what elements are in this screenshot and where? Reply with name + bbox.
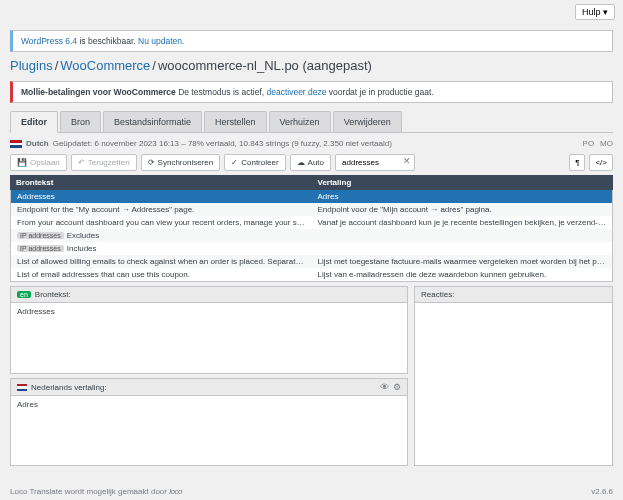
- tab-restore[interactable]: Herstellen: [204, 111, 267, 132]
- translation-input[interactable]: Adres: [11, 396, 407, 465]
- breadcrumb-current: woocommerce-nl_NL.po (aangepast): [158, 58, 372, 73]
- table-row[interactable]: AddressesAdres: [11, 190, 612, 203]
- po-download[interactable]: PO: [583, 139, 595, 148]
- strings-table[interactable]: AddressesAdresEndpoint for the "My accou…: [10, 190, 613, 282]
- loco-link[interactable]: loco: [169, 487, 182, 496]
- breadcrumb-plugins[interactable]: Plugins: [10, 58, 53, 73]
- suggest-icon[interactable]: 👁: [380, 382, 389, 392]
- cloud-icon: [297, 158, 305, 167]
- breadcrumb: Plugins/WooCommerce/woocommerce-nl_NL.po…: [10, 58, 613, 73]
- table-row[interactable]: From your account dashboard you can view…: [11, 216, 612, 229]
- tab-fileinfo[interactable]: Bestandsinformatie: [103, 111, 202, 132]
- table-row[interactable]: List of email addresses that can use thi…: [11, 268, 612, 281]
- update-now-link[interactable]: Nu updaten.: [138, 36, 184, 46]
- tab-delete[interactable]: Verwijderen: [333, 111, 402, 132]
- translation-pane: Nederlands vertaling: 👁⚙ Adres: [10, 378, 408, 466]
- tab-source[interactable]: Bron: [60, 111, 101, 132]
- warning-notice: Mollie-betalingen voor WooCommerce De te…: [10, 81, 613, 103]
- save-button[interactable]: 💾Opslaan: [10, 154, 67, 171]
- sync-icon: ⟳: [148, 158, 155, 167]
- undo-icon: ↶: [78, 158, 85, 167]
- table-row[interactable]: Endpoint for the "My account → Addresses…: [11, 203, 612, 216]
- table-row[interactable]: List of user IDs (or guest email address…: [11, 281, 612, 282]
- comments-pane: Reacties:: [414, 286, 613, 466]
- table-row[interactable]: IP addressesExcludes: [11, 229, 612, 242]
- footer: Loco Translate wordt mogelijk gemaakt do…: [10, 487, 613, 496]
- source-text: Addresses: [11, 303, 407, 373]
- breadcrumb-woocommerce[interactable]: WooCommerce: [60, 58, 150, 73]
- editor-toolbar: 💾Opslaan ↶Terugzetten ⟳Synchroniseren Co…: [10, 154, 613, 171]
- table-row[interactable]: IP addressesIncludes: [11, 242, 612, 255]
- tab-editor[interactable]: Editor: [10, 111, 58, 133]
- version: v2.6.6: [591, 487, 613, 496]
- save-icon: 💾: [17, 158, 27, 167]
- update-notice: WordPress 6.4 is beschikbaar. Nu updaten…: [10, 30, 613, 52]
- col-target[interactable]: Vertaling: [312, 175, 614, 190]
- mo-download[interactable]: MO: [600, 139, 613, 148]
- file-status: Geüpdatet: 6 november 2023 16:13 – 78% v…: [53, 139, 392, 148]
- auto-button[interactable]: Auto: [290, 154, 331, 171]
- source-pane: enBrontekst: Addresses: [10, 286, 408, 374]
- help-button[interactable]: Hulp ▾: [575, 4, 615, 20]
- revert-button[interactable]: ↶Terugzetten: [71, 154, 137, 171]
- clear-search-icon[interactable]: ✕: [403, 156, 411, 166]
- check-button[interactable]: Controleer: [224, 154, 285, 171]
- invisible-chars-button[interactable]: ¶: [569, 154, 585, 171]
- flag-nl-icon: [17, 384, 27, 391]
- table-header: Brontekst Vertaling: [10, 175, 613, 190]
- toggle-fuzzy-icon[interactable]: ⚙: [393, 382, 401, 392]
- tab-relocate[interactable]: Verhuizen: [269, 111, 331, 132]
- tabs: Editor Bron Bestandsinformatie Herstelle…: [10, 111, 613, 133]
- table-row[interactable]: List of allowed billing emails to check …: [11, 255, 612, 268]
- flag-nl-icon: [10, 140, 22, 148]
- deactivate-link[interactable]: deactiveer deze: [266, 87, 326, 97]
- col-source[interactable]: Brontekst: [10, 175, 312, 190]
- sync-button[interactable]: ⟳Synchroniseren: [141, 154, 221, 171]
- language-name: Dutch: [26, 139, 49, 148]
- wp-version-link[interactable]: WordPress 6.4: [21, 36, 77, 46]
- code-view-button[interactable]: </>: [589, 154, 613, 171]
- en-badge: en: [17, 291, 31, 298]
- check-icon: [231, 158, 238, 167]
- comments-input[interactable]: [415, 303, 612, 465]
